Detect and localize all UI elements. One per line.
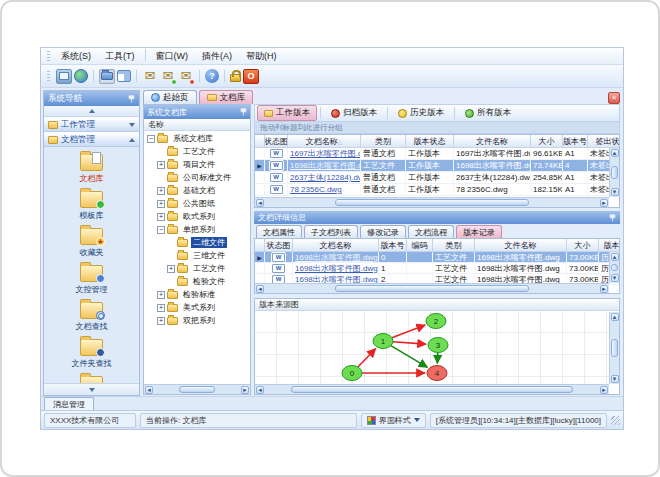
menu-item[interactable]: 插件(A) xyxy=(195,49,239,64)
scroll-up-arrow-icon[interactable]: ▲ xyxy=(611,253,619,261)
scroll-thumb[interactable] xyxy=(291,386,573,393)
sidebar-item-收藏夹[interactable]: ★收藏夹 xyxy=(80,228,104,258)
folder-button[interactable] xyxy=(99,69,115,84)
scroll-right-arrow-icon[interactable]: ► xyxy=(600,199,608,207)
tree-expander-icon[interactable]: − xyxy=(147,135,155,143)
document-grid-vscrollbar[interactable]: ▲ ▼ xyxy=(609,148,619,197)
version-button-所有版本[interactable]: 所有版本 xyxy=(458,105,518,121)
pin-icon[interactable] xyxy=(609,214,616,222)
tab-文档库[interactable]: 文档库 xyxy=(199,90,254,104)
scroll-thumb[interactable] xyxy=(611,264,618,272)
tree-expander-icon[interactable]: + xyxy=(157,304,165,312)
tree-expander-icon[interactable]: + xyxy=(157,161,165,169)
scroll-thumb[interactable] xyxy=(611,166,618,178)
version-grid-vscrollbar[interactable]: ▲ ▼ xyxy=(609,252,619,283)
detail-tab-文档流程[interactable]: 文档流程 xyxy=(408,225,454,238)
scroll-left-arrow-icon[interactable]: ◄ xyxy=(256,386,264,394)
tree-expander-icon[interactable]: + xyxy=(157,291,165,299)
tree-item-工艺文件[interactable]: +工艺文件 xyxy=(144,262,250,275)
document-link[interactable]: 1698出水嘴零件图.dwg xyxy=(295,263,378,273)
tree-item-基础文档[interactable]: +基础文档 xyxy=(144,184,250,197)
version-button-历史版本[interactable]: 历史版本 xyxy=(391,105,451,121)
resize-grip[interactable] xyxy=(611,416,620,425)
column-header-签出状态[interactable]: 签出状态 xyxy=(588,135,620,147)
tree-expander-icon[interactable]: + xyxy=(157,187,165,195)
column-header-版本号[interactable]: 版本号 xyxy=(379,239,407,251)
scroll-left-arrow-icon[interactable]: ◄ xyxy=(256,285,264,293)
version-node-1[interactable]: 1 xyxy=(373,334,393,349)
toolbar-grip[interactable] xyxy=(47,71,50,82)
menu-item[interactable]: 工具(T) xyxy=(98,49,142,64)
tree-item-项目文件[interactable]: +项目文件 xyxy=(144,158,250,171)
graph-vscrollbar[interactable]: ▲ ▼ xyxy=(609,312,619,384)
scroll-thumb[interactable] xyxy=(335,199,529,206)
scroll-down-arrow-icon[interactable]: ▼ xyxy=(611,274,619,282)
column-header-大小[interactable]: 大小 xyxy=(567,239,599,251)
sidebar-group-documents[interactable]: 文档管理 xyxy=(44,132,139,147)
tree-item-欧式系列[interactable]: +欧式系列 xyxy=(144,210,250,223)
tree-item-单把系列[interactable]: −单把系列 xyxy=(144,223,250,236)
column-header-版本号[interactable]: 版本号 xyxy=(563,135,588,147)
globe-icon[interactable] xyxy=(74,69,88,83)
table-row[interactable]: W1697出水嘴零件图.dwg普通文档工作版本1697出水嘴零件图.dwg96.… xyxy=(255,148,619,160)
sidebar-item-文件夹查找[interactable]: 文件夹查找 xyxy=(72,339,112,369)
sidebar-item-文档查找[interactable]: 文档查找 xyxy=(76,302,108,332)
tree-expander-icon[interactable]: + xyxy=(157,317,165,325)
mail-icon[interactable]: ✉ xyxy=(142,69,158,84)
column-header-状态图[interactable]: 状态图 xyxy=(265,135,288,147)
menu-item[interactable]: 窗口(W) xyxy=(149,49,196,64)
sidebar-group-work[interactable]: 工作管理 xyxy=(44,117,139,132)
tree-horizontal-scrollbar[interactable]: ◄ ► xyxy=(144,384,250,394)
help-icon[interactable]: ? xyxy=(205,69,219,83)
column-header-版本状态[interactable]: 版本状态 xyxy=(406,135,454,147)
document-link[interactable]: 2637主体(12284).dwg xyxy=(290,172,361,183)
sidebar-item-签出的文档[interactable]: ×签出的文档 xyxy=(72,376,112,383)
document-link[interactable]: 1698出水嘴零件图.dwg xyxy=(295,252,378,262)
column-header-文档名称[interactable]: 文档名称 △ xyxy=(288,135,361,147)
scroll-up-arrow-icon[interactable]: ▲ xyxy=(611,149,619,157)
tree-expander-icon[interactable]: + xyxy=(157,200,165,208)
lock-icon[interactable] xyxy=(230,74,241,82)
table-icon[interactable] xyxy=(117,70,131,82)
version-node-2[interactable]: 2 xyxy=(426,314,446,329)
column-header-大小[interactable]: 大小 xyxy=(531,135,563,147)
version-node-3[interactable]: 3 xyxy=(428,338,448,353)
tree-item-系统文档库[interactable]: −系统文档库 xyxy=(144,132,250,145)
scroll-thumb[interactable] xyxy=(335,285,529,292)
version-grid-hscrollbar[interactable]: ◄ ► xyxy=(255,283,609,293)
document-grid-hscrollbar[interactable]: ◄ ► xyxy=(255,197,609,207)
tree-column-header[interactable]: 名称 xyxy=(144,119,250,131)
tree-expander-icon[interactable]: − xyxy=(157,226,165,234)
tree-expander-icon[interactable]: + xyxy=(157,213,165,221)
scroll-right-arrow-icon[interactable]: ► xyxy=(600,285,608,293)
sidebar-collapse-button[interactable] xyxy=(44,106,139,117)
tree-item-三维文件[interactable]: 三维文件 xyxy=(144,249,250,262)
sidebar-expand-button[interactable] xyxy=(44,383,139,395)
detail-tab-文档属性[interactable]: 文档属性 xyxy=(256,225,302,238)
graph-hscrollbar[interactable]: ◄ ► xyxy=(255,384,609,394)
tree-item-检验标准[interactable]: +检验标准 xyxy=(144,288,250,301)
tree-item-双把系列[interactable]: +双把系列 xyxy=(144,314,250,327)
tab-message-management[interactable]: 消息管理 xyxy=(44,397,94,410)
interface-style-dropdown[interactable]: 界面样式 xyxy=(361,413,426,428)
menu-grip[interactable] xyxy=(47,51,50,62)
scroll-down-arrow-icon[interactable]: ▼ xyxy=(611,188,619,196)
tree-item-检验文件[interactable]: 检验文件 xyxy=(144,275,250,288)
version-button-归档版本[interactable]: 归档版本 xyxy=(324,105,384,121)
scroll-left-arrow-icon[interactable]: ◄ xyxy=(145,386,153,394)
monitor-icon[interactable] xyxy=(56,69,72,84)
sidebar-item-模板库[interactable]: 模板库 xyxy=(80,191,104,221)
table-row[interactable]: W1698出水嘴零件图.dwg1工艺文件1698出水嘴零件图.dwg73.00K… xyxy=(255,263,619,274)
column-header-类别[interactable]: 类别 xyxy=(361,135,406,147)
pin-icon[interactable] xyxy=(128,95,135,103)
column-header-类别[interactable]: 类别 xyxy=(433,239,475,251)
scroll-thumb[interactable] xyxy=(611,339,618,357)
sidebar-item-文控管理[interactable]: 文控管理 xyxy=(76,265,108,295)
pin-icon[interactable] xyxy=(240,108,247,116)
tab-起始页[interactable]: 起始页 xyxy=(143,90,197,104)
tree-item-公司标准文件[interactable]: 公司标准文件 xyxy=(144,171,250,184)
tree-item-公共图纸[interactable]: +公共图纸 xyxy=(144,197,250,210)
detail-tab-子文档列表[interactable]: 子文档列表 xyxy=(304,225,358,238)
table-row[interactable]: ▶W1698出水嘴零件图.dwg工艺文件工作版本1698出水嘴零件图.dwg73… xyxy=(255,160,619,172)
detail-tab-修改记录[interactable]: 修改记录 xyxy=(360,225,406,238)
